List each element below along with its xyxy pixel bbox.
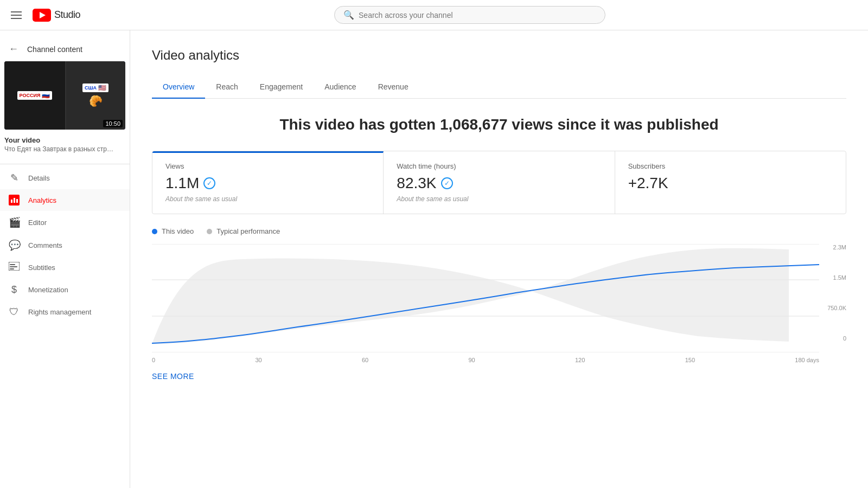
comment-icon: 💬 <box>9 239 20 251</box>
chart-svg <box>152 244 819 352</box>
metric-card-views[interactable]: Views 1.1M ✓ About the same as usual <box>152 151 384 214</box>
chart-y-labels: 2.3M 1.5M 750.0K 0 <box>819 244 846 342</box>
logo-text: Studio <box>54 9 80 21</box>
metric-label-watch-time: Watch time (hours) <box>397 162 601 170</box>
tab-audience[interactable]: Audience <box>314 76 367 99</box>
legend-dot-this-video <box>152 229 157 234</box>
layout: ← Channel content РОССИЯ 🇷🇺 С <box>0 30 868 488</box>
sidebar-divider <box>0 164 130 164</box>
legend-dot-typical <box>207 229 212 234</box>
metric-card-subscribers[interactable]: Subscribers +2.7K <box>615 151 846 214</box>
see-more-button[interactable]: SEE MORE <box>152 372 846 381</box>
y-label-bottom: 0 <box>819 335 846 342</box>
sidebar-item-label: Subtitles <box>28 264 55 272</box>
headline: This video has gotten 1,068,677 views si… <box>152 116 846 133</box>
sidebar-item-label: Details <box>28 174 50 182</box>
metric-value-row-watch-time: 82.3K ✓ <box>397 175 601 192</box>
x-label-0: 0 <box>152 357 155 363</box>
thumbnail-duration: 10:50 <box>103 120 123 127</box>
header: Studio 🔍 <box>0 0 868 30</box>
search-icon: 🔍 <box>343 10 354 20</box>
menu-icon[interactable] <box>9 9 24 21</box>
svg-rect-4 <box>10 266 17 267</box>
video-thumbnail: РОССИЯ 🇷🇺 США 🇺🇸 🥐 10:50 <box>4 61 125 130</box>
y-label-top: 2.3M <box>819 244 846 251</box>
metric-subtitle-views: About the same as usual <box>165 195 370 203</box>
svg-rect-5 <box>10 268 14 269</box>
youtube-logo-icon <box>33 9 51 22</box>
sidebar-item-label: Editor <box>28 219 47 227</box>
video-title: Что Едят на Завтрак в разных стр… <box>4 145 125 153</box>
metric-label-views: Views <box>165 162 370 170</box>
metric-cards: Views 1.1M ✓ About the same as usual Wat… <box>152 151 846 214</box>
y-label-mid1: 1.5M <box>819 274 846 281</box>
x-label-150: 150 <box>685 357 695 363</box>
thumb-left: РОССИЯ 🇷🇺 <box>4 61 65 130</box>
x-label-120: 120 <box>575 357 585 363</box>
shield-icon: 🛡 <box>9 306 20 318</box>
sidebar-item-analytics[interactable]: Analytics <box>0 189 130 211</box>
sidebar-item-label: Monetization <box>28 286 68 294</box>
film-icon: 🎬 <box>9 216 20 228</box>
tabs: Overview Reach Engagement Audience Reven… <box>152 76 846 99</box>
svg-rect-3 <box>10 264 15 265</box>
chart-svg-wrap <box>152 244 819 352</box>
search-bar-inner: 🔍 <box>334 6 605 24</box>
sidebar-item-monetization[interactable]: $ Monetization <box>0 279 130 301</box>
main-content: Video analytics Overview Reach Engagemen… <box>130 30 868 488</box>
tab-reach[interactable]: Reach <box>205 76 248 99</box>
sidebar-item-details[interactable]: ✎ Details <box>0 166 130 189</box>
x-label-90: 90 <box>468 357 475 363</box>
metric-value-watch-time: 82.3K <box>397 175 436 192</box>
sidebar-item-subtitles[interactable]: Subtitles <box>0 256 130 279</box>
legend-item-typical: Typical performance <box>207 227 280 235</box>
page-title: Video analytics <box>152 48 846 63</box>
search-input[interactable] <box>359 11 596 20</box>
sidebar-item-comments[interactable]: 💬 Comments <box>0 234 130 256</box>
sidebar-item-editor[interactable]: 🎬 Editor <box>0 211 130 234</box>
sidebar-item-label: Analytics <box>28 196 56 204</box>
check-icon-views: ✓ <box>203 177 215 189</box>
sidebar-item-rights[interactable]: 🛡 Rights management <box>0 301 130 323</box>
tab-overview[interactable]: Overview <box>152 76 205 99</box>
tab-revenue[interactable]: Revenue <box>367 76 419 99</box>
tab-engagement[interactable]: Engagement <box>249 76 314 99</box>
legend-item-this-video: This video <box>152 227 194 235</box>
legend-label-this-video: This video <box>162 227 194 235</box>
legend-label-typical: Typical performance <box>216 227 280 235</box>
x-label-60: 60 <box>362 357 368 363</box>
metric-label-subscribers: Subscribers <box>628 162 833 170</box>
thumbnail-content: РОССИЯ 🇷🇺 США 🇺🇸 🥐 10:50 <box>4 61 125 130</box>
back-button[interactable]: ← Channel content <box>0 39 130 61</box>
chart-container: 2.3M 1.5M 750.0K 0 <box>152 244 846 352</box>
video-thumbnail-wrap: РОССИЯ 🇷🇺 США 🇺🇸 🥐 10:50 <box>4 61 125 130</box>
x-label-180: 180 days <box>795 357 819 363</box>
analytics-icon <box>9 195 20 206</box>
sidebar-item-label: Rights management <box>28 308 91 316</box>
metric-card-watch-time[interactable]: Watch time (hours) 82.3K ✓ About the sam… <box>384 151 615 214</box>
y-label-mid2: 750.0K <box>819 305 846 311</box>
back-label: Channel content <box>27 45 82 54</box>
video-info: Your video Что Едят на Завтрак в разных … <box>0 136 130 162</box>
sidebar: ← Channel content РОССИЯ 🇷🇺 С <box>0 30 130 488</box>
chart-x-labels: 0 30 60 90 120 150 180 days <box>152 357 846 363</box>
metric-value-row-subscribers: +2.7K <box>628 175 833 192</box>
logo[interactable]: Studio <box>33 9 80 22</box>
metric-value-row-views: 1.1M ✓ <box>165 175 370 192</box>
chart-legend: This video Typical performance <box>152 227 846 235</box>
sidebar-item-label: Comments <box>28 241 62 249</box>
x-label-30: 30 <box>255 357 261 363</box>
search-bar: 🔍 <box>80 6 859 24</box>
back-arrow-icon: ← <box>9 43 18 55</box>
dollar-icon: $ <box>9 284 20 296</box>
metric-value-views: 1.1M <box>165 175 199 192</box>
pencil-icon: ✎ <box>9 172 20 184</box>
metric-value-subscribers: +2.7K <box>628 175 668 192</box>
chart-area: 2.3M 1.5M 750.0K 0 <box>152 244 846 352</box>
subtitles-icon <box>9 262 20 273</box>
header-left: Studio <box>9 9 80 22</box>
check-icon-watch-time: ✓ <box>441 177 453 189</box>
metric-subtitle-watch-time: About the same as usual <box>397 195 601 203</box>
your-video-label: Your video <box>4 136 125 144</box>
